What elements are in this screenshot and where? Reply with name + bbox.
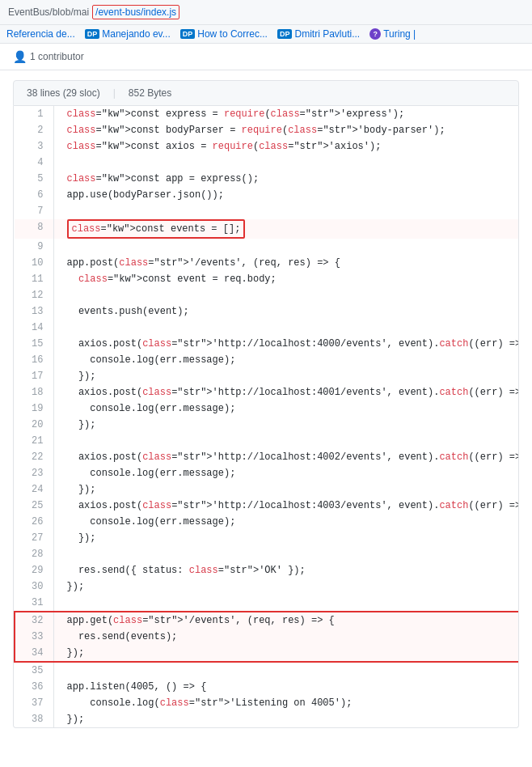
line-content: class="kw">const event = req.body; (53, 271, 519, 287)
table-row: 33 res.send(events); (15, 629, 519, 645)
table-row: 5class="kw">const app = express(); (15, 171, 519, 187)
line-content: app.post(class="str">'/events', (req, re… (53, 255, 519, 271)
line-content: axios.post(class="str">'http://localhost… (53, 336, 519, 352)
line-number: 26 (15, 514, 53, 530)
table-row: 36app.listen(4005, () => { (15, 679, 519, 695)
bookmark-referencia-label: Referencia de... (6, 28, 75, 40)
line-number: 20 (15, 417, 53, 433)
bookmark-dmitri[interactable]: DP Dmitri Pavluti... (277, 28, 360, 40)
table-row: 7 (15, 203, 519, 219)
person-icon: 👤 (13, 50, 27, 63)
table-row: 10app.post(class="str">'/events', (req, … (15, 255, 519, 271)
line-number: 38 (15, 711, 53, 727)
bookmark-bar: Referencia de... DP Manejando ev... DP H… (0, 25, 532, 44)
bookmark-manejando-label: Manejando ev... (102, 28, 171, 40)
line-content (53, 203, 519, 219)
line-number: 24 (15, 481, 53, 498)
table-row: 15 axios.post(class="str">'http://localh… (15, 336, 519, 352)
line-content: console.log(class="str">'Listening on 40… (53, 695, 519, 711)
dp-icon-manejando: DP (85, 29, 100, 39)
line-number: 15 (15, 336, 53, 352)
line-number: 18 (15, 384, 53, 400)
table-row: 8class="kw">const events = []; (15, 219, 519, 239)
bookmark-howto-label: How to Correc... (197, 28, 268, 40)
dp-icon-dmitri: DP (277, 29, 293, 39)
line-content: events.push(event); (53, 303, 519, 320)
line-number: 11 (15, 271, 53, 287)
line-number: 25 (15, 498, 53, 514)
table-row: 38}); (15, 711, 519, 727)
table-row: 28 (15, 546, 519, 562)
bookmark-how-to[interactable]: DP How to Correc... (180, 28, 268, 40)
line-content: }); (53, 368, 519, 384)
line-number: 34 (15, 645, 53, 662)
table-row: 12 (15, 287, 519, 303)
line-content: console.log(err.message); (53, 352, 519, 368)
file-size: 852 Bytes (129, 87, 171, 99)
breadcrumb-filename[interactable]: /event-bus/index.js (92, 5, 179, 19)
line-content: }); (53, 578, 519, 595)
line-content: class="kw">const bodyParser = require(cl… (53, 122, 519, 138)
line-number: 8 (15, 219, 53, 239)
line-content: res.send(events); (53, 629, 519, 645)
table-row: 35 (15, 662, 519, 679)
line-content: console.log(err.message); (53, 514, 519, 530)
line-content: res.send({ status: class="str">'OK' }); (53, 562, 519, 578)
table-row: 24 }); (15, 481, 519, 498)
line-content: }); (53, 711, 519, 727)
line-content: app.use(bodyParser.json()); (53, 187, 519, 203)
dp-icon-howto: DP (180, 29, 196, 39)
line-content: console.log(err.message); (53, 465, 519, 481)
line-number: 23 (15, 465, 53, 481)
table-row: 29 res.send({ status: class="str">'OK' }… (15, 562, 519, 578)
bookmark-referencia[interactable]: Referencia de... (6, 28, 75, 40)
code-table: 1class="kw">const express = require(clas… (14, 106, 519, 727)
file-info-bar: 38 lines (29 sloc) | 852 Bytes (13, 80, 519, 106)
line-content: app.listen(4005, () => { (53, 679, 519, 695)
line-content: }); (53, 645, 519, 662)
line-number: 4 (15, 155, 53, 171)
line-number: 1 (15, 106, 53, 122)
line-content: app.get(class="str">'/events', (req, res… (53, 612, 519, 629)
line-number: 7 (15, 203, 53, 219)
line-number: 2 (15, 122, 53, 138)
line-number: 21 (15, 433, 53, 449)
line-content (53, 433, 519, 449)
line-content: class="kw">const events = []; (53, 219, 519, 239)
bookmark-turing[interactable]: ? Turing | (369, 28, 416, 40)
line-number: 32 (15, 612, 53, 629)
table-row: 18 axios.post(class="str">'http://localh… (15, 384, 519, 400)
table-row: 20 }); (15, 417, 519, 433)
table-row: 1class="kw">const express = require(clas… (15, 106, 519, 122)
line-number: 27 (15, 530, 53, 546)
table-row: 4 (15, 155, 519, 171)
line-content: axios.post(class="str">'http://localhost… (53, 449, 519, 465)
line-number: 37 (15, 695, 53, 711)
table-row: 19 console.log(err.message); (15, 400, 519, 417)
table-row: 13 events.push(event); (15, 303, 519, 320)
table-row: 21 (15, 433, 519, 449)
table-row: 31 (15, 595, 519, 612)
line-number: 36 (15, 679, 53, 695)
line-content: }); (53, 417, 519, 433)
line-content: console.log(err.message); (53, 400, 519, 417)
line-content (53, 239, 519, 255)
line-number: 12 (15, 287, 53, 303)
line-number: 30 (15, 578, 53, 595)
line-number: 17 (15, 368, 53, 384)
breadcrumb-bar: EventBus/blob/mai /event-bus/index.js (0, 0, 532, 25)
table-row: 32app.get(class="str">'/events', (req, r… (15, 612, 519, 629)
table-row: 34}); (15, 645, 519, 662)
table-row: 14 (15, 320, 519, 336)
line-content: }); (53, 530, 519, 546)
table-row: 6app.use(bodyParser.json()); (15, 187, 519, 203)
bookmark-manejando[interactable]: DP Manejando ev... (85, 28, 171, 40)
table-row: 30}); (15, 578, 519, 595)
line-number: 28 (15, 546, 53, 562)
line-number: 10 (15, 255, 53, 271)
table-row: 27 }); (15, 530, 519, 546)
line-content: class="kw">const express = require(class… (53, 106, 519, 122)
bookmark-turing-label: Turing | (383, 28, 416, 40)
table-row: 11 class="kw">const event = req.body; (15, 271, 519, 287)
table-row: 2class="kw">const bodyParser = require(c… (15, 122, 519, 138)
